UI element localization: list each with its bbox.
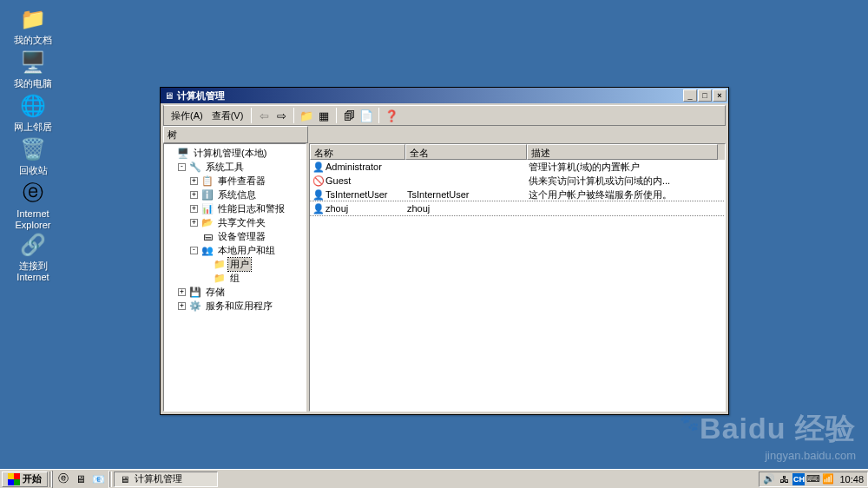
ime-indicator[interactable]: CH xyxy=(792,473,805,485)
user-name: TsInternetUser xyxy=(326,189,388,200)
user-name: zhouj xyxy=(326,203,348,214)
quick-launch: ⓔ 🖥 📧 xyxy=(52,471,109,488)
windows-logo-icon xyxy=(8,473,20,485)
user-name: Guest xyxy=(326,175,351,186)
column-headers-bar: 树 xyxy=(163,126,726,143)
tree-node-label: 本地用户和组 xyxy=(216,244,277,257)
user-icon: 🚫 xyxy=(312,175,326,187)
desktop-icon-label: 回收站 xyxy=(7,165,59,176)
tray-icon[interactable]: ⌨ xyxy=(807,473,819,485)
column-header[interactable]: 描述 xyxy=(527,144,718,160)
expand-toggle[interactable]: + xyxy=(178,302,186,310)
network-icon: 🌐 xyxy=(19,92,47,120)
ql-outlook-icon[interactable]: 📧 xyxy=(90,472,106,487)
menu-view[interactable]: 查看(V) xyxy=(207,108,248,124)
desktop-icon-my-computer[interactable]: 🖥️我的电脑 xyxy=(7,49,59,89)
list-pane[interactable]: 名称全名描述 👤Administrator管理计算机(域)的内置帐户🚫Guest… xyxy=(309,143,726,412)
tree-node-icon: 🔧 xyxy=(188,161,202,173)
tree-node-icon: 🖴 xyxy=(201,230,214,242)
refresh-button[interactable]: 🗐 xyxy=(340,107,358,124)
my-documents-icon: 📁 xyxy=(19,5,47,33)
tree-node-label: 设备管理器 xyxy=(216,230,267,243)
tree-node-label: 共享文件夹 xyxy=(216,216,267,229)
computer-management-window: 🖥 计算机管理 _ □ × 操作(A) 查看(V) ⇦ ⇨ 📁 ▦ 🗐 📄 ❓ … xyxy=(160,87,729,415)
recycle-bin-icon: 🗑️ xyxy=(19,135,47,163)
desktop-icon-connect[interactable]: 🔗连接到 Internet xyxy=(7,231,59,283)
tray-icon[interactable]: 📶 xyxy=(822,473,834,485)
user-icon: 👤 xyxy=(312,162,326,173)
tray-icon[interactable]: 🔊 xyxy=(763,473,775,485)
start-button[interactable]: 开始 xyxy=(2,472,48,487)
user-row[interactable]: 👤zhoujzhouj xyxy=(310,201,725,215)
titlebar[interactable]: 🖥 计算机管理 _ □ × xyxy=(161,88,728,103)
maximize-button[interactable]: □ xyxy=(698,89,712,102)
window-title: 计算机管理 xyxy=(177,89,683,102)
forward-button[interactable]: ⇨ xyxy=(273,107,290,124)
tree-node-icon: 💾 xyxy=(188,286,202,298)
tree-node-label: 系统信息 xyxy=(216,188,258,201)
column-header[interactable]: 全名 xyxy=(405,144,527,160)
clock[interactable]: 10:48 xyxy=(837,474,864,485)
menu-action[interactable]: 操作(A) xyxy=(167,108,207,124)
up-button[interactable]: 📁 xyxy=(298,107,315,124)
tree-header[interactable]: 树 xyxy=(163,126,308,143)
taskbar-app-button[interactable]: 🖥 计算机管理 xyxy=(114,472,218,487)
user-icon: 👤 xyxy=(312,203,326,214)
ie-icon: ⓔ xyxy=(19,179,47,207)
desktop-icon-label: 我的文档 xyxy=(7,35,59,46)
ql-ie-icon[interactable]: ⓔ xyxy=(56,472,71,487)
tree-node[interactable]: 📁组 xyxy=(166,271,304,285)
tree-node[interactable]: +💾存储 xyxy=(166,285,304,299)
minimize-button[interactable]: _ xyxy=(683,89,697,102)
expand-toggle[interactable]: + xyxy=(178,288,186,296)
ql-desktop-icon[interactable]: 🖥 xyxy=(73,472,89,487)
desktop-icon-network[interactable]: 🌐网上邻居 xyxy=(7,92,59,133)
expand-toggle[interactable]: + xyxy=(190,191,198,199)
toolbar: 操作(A) 查看(V) ⇦ ⇨ 📁 ▦ 🗐 📄 ❓ xyxy=(163,105,726,126)
watermark: 🐾Baidu 经验 jingyan.baidu.com xyxy=(680,409,856,462)
user-desc: 管理计算机(域)的内置帐户 xyxy=(527,161,718,174)
tree-node[interactable]: 🖥️计算机管理(本地) xyxy=(166,146,304,160)
tree-node[interactable]: +⚙️服务和应用程序 xyxy=(166,299,304,313)
tree-node[interactable]: 📁用户 xyxy=(166,257,304,271)
tree-node[interactable]: +📂共享文件夹 xyxy=(166,215,304,229)
column-header[interactable]: 名称 xyxy=(310,144,405,160)
system-tray[interactable]: 🔊 🖧 CH ⌨ 📶 10:48 xyxy=(759,472,868,487)
connect-icon: 🔗 xyxy=(19,231,47,259)
desktop-icon-label: 网上邻居 xyxy=(7,122,59,133)
tree-pane[interactable]: 🖥️计算机管理(本地)-🔧系统工具+📋事件查看器+ℹ️系统信息+📊性能日志和警报… xyxy=(163,143,306,412)
app-icon: 🖥 xyxy=(162,89,174,102)
user-row[interactable]: 👤Administrator管理计算机(域)的内置帐户 xyxy=(310,160,725,174)
tree-node-icon: 📋 xyxy=(201,175,214,187)
tree-node[interactable]: +ℹ️系统信息 xyxy=(166,188,304,201)
tree-node[interactable]: +📊性能日志和警报 xyxy=(166,201,304,215)
tree-node[interactable]: -🔧系统工具 xyxy=(166,160,304,174)
desktop-icon-my-documents[interactable]: 📁我的文档 xyxy=(7,5,59,46)
user-fullname: zhouj xyxy=(405,203,527,214)
expand-toggle[interactable]: - xyxy=(178,163,186,171)
tree-node-label: 用户 xyxy=(228,258,251,271)
back-button[interactable]: ⇦ xyxy=(255,107,273,124)
desktop-icon-ie[interactable]: ⓔInternet Explorer xyxy=(7,179,59,231)
expand-toggle[interactable]: + xyxy=(190,219,198,227)
tree-node[interactable]: 🖴设备管理器 xyxy=(166,229,304,243)
expand-toggle[interactable]: + xyxy=(190,205,198,213)
user-row[interactable]: 👤TsInternetUserTsInternetUser这个用户帐户被终端服务… xyxy=(310,188,725,201)
user-row[interactable]: 🚫Guest供来宾访问计算机或访问域的内... xyxy=(310,174,725,188)
tree-node-label: 存储 xyxy=(204,286,227,299)
tree-node-label: 性能日志和警报 xyxy=(216,202,286,215)
user-desc: 这个用户帐户被终端服务所使用。 xyxy=(527,188,718,201)
export-button[interactable]: 📄 xyxy=(358,107,375,124)
tree-node-label: 计算机管理(本地) xyxy=(192,147,268,160)
properties-button[interactable]: ▦ xyxy=(315,107,332,124)
help-button[interactable]: ❓ xyxy=(383,107,400,124)
expand-toggle[interactable]: - xyxy=(190,247,198,254)
tree-node[interactable]: +📋事件查看器 xyxy=(166,174,304,188)
tray-icon[interactable]: 🖧 xyxy=(778,473,790,485)
expand-toggle[interactable]: + xyxy=(190,177,198,185)
desktop-icon-label: Internet Explorer xyxy=(7,208,59,231)
tree-node[interactable]: -👥本地用户和组 xyxy=(166,243,304,257)
close-button[interactable]: × xyxy=(713,89,727,102)
user-fullname: TsInternetUser xyxy=(405,189,527,200)
desktop-icon-recycle-bin[interactable]: 🗑️回收站 xyxy=(7,135,59,176)
